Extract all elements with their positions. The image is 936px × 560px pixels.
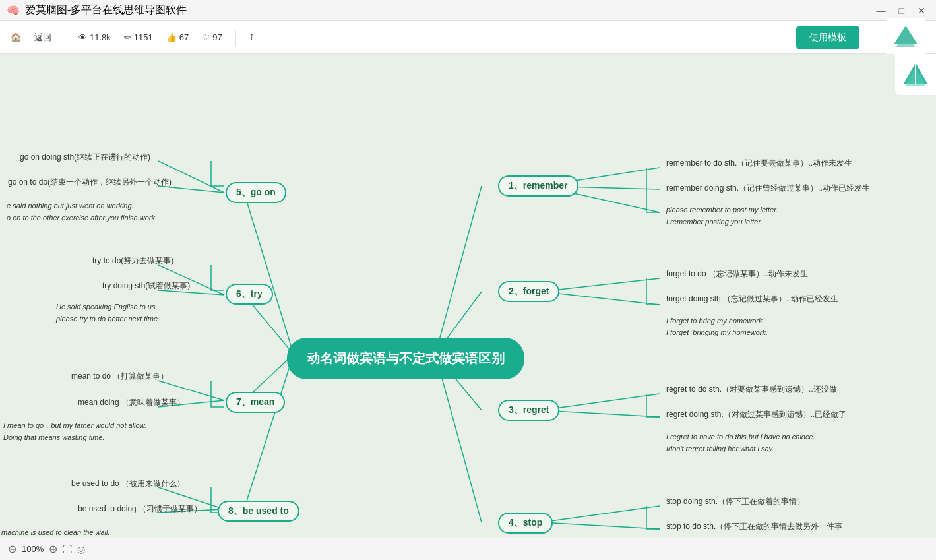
eye-icon: 👁 bbox=[78, 32, 87, 42]
svg-line-17 bbox=[435, 354, 482, 522]
branch-8-label: 8、be used to bbox=[228, 505, 289, 516]
back-label: 返回 bbox=[34, 32, 51, 44]
r1-child1: remember to do sth.（记住要去做某事）..动作未发生 bbox=[666, 158, 852, 169]
fullscreen-button[interactable]: ⛶ bbox=[63, 544, 72, 555]
views-count: 11.8k bbox=[90, 32, 111, 42]
toolbar: 🏠 返回 👁 11.8k ✏ 1151 👍 67 ♡ 97 ⤴ 使用模板 bbox=[0, 21, 936, 54]
views-stat: 👁 11.8k bbox=[78, 32, 111, 42]
branch-r4-label: 4、stop bbox=[509, 517, 542, 528]
back-button[interactable]: 返回 bbox=[34, 32, 51, 44]
r2-example: I forget to bring my homework. I forget … bbox=[666, 315, 768, 338]
branch-r4[interactable]: 4、stop bbox=[498, 513, 553, 534]
edit-icon: ✏ bbox=[124, 32, 131, 42]
branch-r1[interactable]: 1、remember bbox=[498, 175, 578, 197]
zoom-out-button[interactable]: ⊖ bbox=[8, 543, 16, 555]
svg-line-14 bbox=[435, 186, 482, 354]
svg-line-25 bbox=[541, 506, 660, 522]
logo-badge bbox=[895, 54, 936, 95]
minimize-btn[interactable]: — bbox=[873, 4, 890, 17]
app-icon: 🧠 bbox=[7, 4, 20, 16]
edits-stat: ✏ 1151 bbox=[124, 32, 153, 42]
b5-child1: go on doing sth(继续正在进行的动作) bbox=[20, 152, 150, 163]
divider2 bbox=[235, 30, 236, 46]
center-label: 动名词做宾语与不定式做宾语区别 bbox=[307, 351, 505, 365]
branch-r1-label: 1、remember bbox=[509, 180, 568, 191]
b5-child2: go on to do(结束一个动作，继续另外一个动作) bbox=[8, 177, 172, 188]
svg-line-26 bbox=[541, 522, 660, 529]
r3-child2: regret doing sth.（对做过某事感到遗憾）..已经做了 bbox=[666, 409, 846, 420]
preview-button[interactable]: ◎ bbox=[77, 544, 85, 555]
close-btn[interactable]: ✕ bbox=[914, 4, 929, 17]
b8-child1: be used to do （被用来做什么） bbox=[71, 478, 185, 489]
share-button[interactable]: ⤴ bbox=[249, 32, 254, 42]
home-icon: 🏠 bbox=[11, 32, 21, 42]
branch-8[interactable]: 8、be used to bbox=[218, 501, 299, 522]
branch-r3[interactable]: 3、regret bbox=[498, 400, 559, 421]
r3-example: I regret to have to do this,but i have n… bbox=[666, 431, 815, 454]
b6-child2: try doing sth(试着做某事) bbox=[102, 280, 190, 292]
branch-r2-label: 2、forget bbox=[509, 286, 549, 296]
b6-child1: try to do(努力去做某事) bbox=[92, 255, 173, 266]
r4-child2: stop to do sth.（停下正在做的事情去做另外一件事 bbox=[666, 521, 842, 532]
logo bbox=[886, 18, 925, 57]
branch-5[interactable]: 5、go on bbox=[226, 182, 286, 203]
bottombar: ⊖ 100% ⊕ ⛶ ◎ bbox=[0, 538, 936, 560]
r4-child1: stop doing sth.（停下正在做着的事情） bbox=[666, 496, 805, 507]
branch-7-label: 7、mean bbox=[236, 396, 274, 407]
home-button[interactable]: 🏠 bbox=[11, 32, 21, 42]
svg-line-5 bbox=[244, 354, 294, 509]
b8-child2: be used to doing （习惯于做某事） bbox=[78, 503, 202, 514]
divider1 bbox=[65, 30, 65, 46]
branch-r3-label: 3、regret bbox=[509, 404, 549, 415]
branch-6-label: 6、try bbox=[236, 288, 263, 299]
titlebar: 🧠 爱莫脑图-多平台在线思维导图软件 — □ ✕ bbox=[0, 0, 936, 21]
b5-example: e said nothing but just went on working.… bbox=[7, 201, 157, 224]
r1-child2: remember doing sth.（记住曾经做过某事）..动作已经发生 bbox=[666, 183, 870, 194]
mind-map-canvas[interactable]: 动名词做宾语与不定式做宾语区别 5、go on go on doing sth(… bbox=[0, 54, 936, 560]
branch-7[interactable]: 7、mean bbox=[226, 392, 285, 413]
thumbs-stat: 👍 67 bbox=[166, 32, 189, 42]
zoom-level: 100% bbox=[22, 544, 44, 554]
center-node[interactable]: 动名词做宾语与不定式做宾语区别 bbox=[287, 338, 524, 379]
use-template-button[interactable]: 使用模板 bbox=[796, 26, 859, 49]
titlebar-controls[interactable]: — □ ✕ bbox=[873, 4, 929, 17]
thumbs-icon: 👍 bbox=[166, 32, 177, 42]
branch-r2[interactable]: 2、forget bbox=[498, 281, 559, 302]
r2-child1: forget to do （忘记做某事）..动作未发生 bbox=[666, 268, 808, 280]
titlebar-title: 爱莫脑图-多平台在线思维导图软件 bbox=[25, 3, 187, 17]
share-icon: ⤴ bbox=[249, 32, 254, 42]
maximize-btn[interactable]: □ bbox=[895, 4, 908, 17]
edits-count: 1151 bbox=[134, 32, 153, 42]
zoom-in-button[interactable]: ⊕ bbox=[49, 543, 57, 555]
svg-line-2 bbox=[244, 193, 294, 354]
r3-child1: regret to do sth.（对要做某事感到遗憾）..还没做 bbox=[666, 384, 837, 395]
b7-child1: mean to do （打算做某事） bbox=[71, 371, 168, 382]
hearts-count: 97 bbox=[212, 32, 222, 42]
b7-child2: mean doing （意味着做某事） bbox=[78, 397, 185, 408]
hearts-stat: ♡ 97 bbox=[202, 32, 222, 42]
r2-child2: forget doing sth.（忘记做过某事）..动作已经发生 bbox=[666, 294, 838, 305]
branch-6[interactable]: 6、try bbox=[226, 284, 273, 305]
branch-5-label: 5、go on bbox=[236, 187, 276, 197]
titlebar-left: 🧠 爱莫脑图-多平台在线思维导图软件 bbox=[7, 3, 187, 17]
r1-example: please remember to post my letter. I rem… bbox=[666, 204, 778, 228]
b6-example: He said speaking English to us. please t… bbox=[56, 301, 160, 325]
thumbs-count: 67 bbox=[179, 32, 189, 42]
heart-icon: ♡ bbox=[202, 32, 210, 42]
b7-example: I mean to go，but my father would not all… bbox=[3, 420, 146, 443]
